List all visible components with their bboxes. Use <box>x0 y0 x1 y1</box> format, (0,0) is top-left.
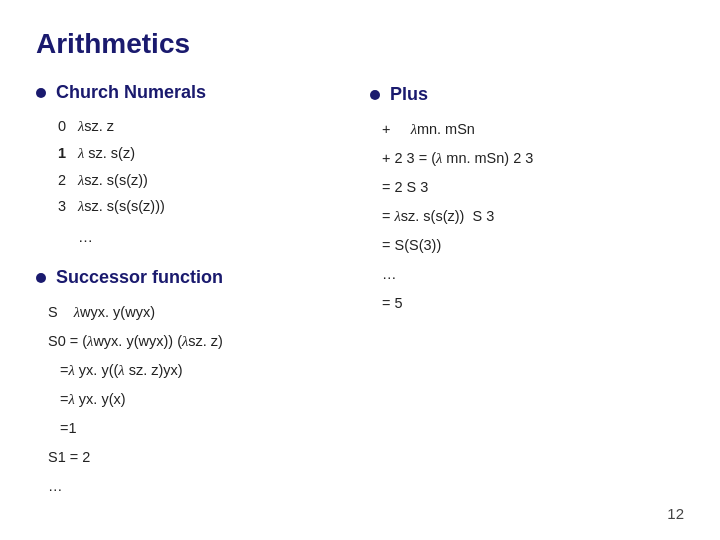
plus-header: Plus <box>370 84 684 105</box>
numeral-expr-1: λ sz. s(z) <box>78 140 135 167</box>
succ-ellipsis: … <box>48 472 350 501</box>
numeral-row-2: 2 λsz. s(s(z)) <box>48 167 350 194</box>
numeral-row-1: 1 λ sz. s(z) <box>48 140 350 167</box>
church-numerals-label: Church Numerals <box>56 82 206 103</box>
numeral-row-0: 0 λsz. z <box>48 113 350 140</box>
succ-line-2: =λ yx. y((λ sz. z)yx) <box>48 356 350 385</box>
successor-lines: S λwyx. y(wyx) S0 = (λwyx. y(wyx)) (λsz.… <box>48 298 350 501</box>
bullet-successor <box>36 273 46 283</box>
plus-lines: + λmn. mSn + 2 3 = (λ mn. mSn) 2 3 = 2 S… <box>382 115 684 318</box>
numeral-index-3: 3 <box>48 193 66 220</box>
page-number: 12 <box>667 505 684 522</box>
bullet-church <box>36 88 46 98</box>
church-ellipsis: … <box>78 220 350 253</box>
left-column: Church Numerals 0 λsz. z 1 λ sz. s(z) 2 … <box>36 82 360 501</box>
successor-section: Successor function S λwyx. y(wyx) S0 = (… <box>36 267 350 501</box>
succ-line-0: S λwyx. y(wyx) <box>48 298 350 327</box>
numeral-expr-2: λsz. s(s(z)) <box>78 167 148 194</box>
plus-line-1: + 2 3 = (λ mn. mSn) 2 3 <box>382 144 684 173</box>
bullet-plus <box>370 90 380 100</box>
numeral-row-3: 3 λsz. s(s(s(z))) <box>48 193 350 220</box>
succ-line-5: S1 = 2 <box>48 443 350 472</box>
plus-section: Plus + λmn. mSn + 2 3 = (λ mn. mSn) 2 3 … <box>370 84 684 318</box>
numeral-expr-0: λsz. z <box>78 113 114 140</box>
plus-line-3: = λsz. s(s(z)) S 3 <box>382 202 684 231</box>
succ-line-4: =1 <box>48 414 350 443</box>
slide: Arithmetics Church Numerals 0 λsz. z 1 λ… <box>0 0 720 540</box>
plus-label: Plus <box>390 84 428 105</box>
successor-label: Successor function <box>56 267 223 288</box>
numeral-table: 0 λsz. z 1 λ sz. s(z) 2 λsz. s(s(z)) 3 λ… <box>48 113 350 253</box>
plus-line-5: = 5 <box>382 289 684 318</box>
plus-ellipsis: … <box>382 260 684 289</box>
numeral-index-2: 2 <box>48 167 66 194</box>
numeral-index-1: 1 <box>48 140 66 167</box>
plus-line-2: = 2 S 3 <box>382 173 684 202</box>
content-area: Church Numerals 0 λsz. z 1 λ sz. s(z) 2 … <box>36 82 684 501</box>
right-column: Plus + λmn. mSn + 2 3 = (λ mn. mSn) 2 3 … <box>360 82 684 318</box>
succ-line-3: =λ yx. y(x) <box>48 385 350 414</box>
successor-header: Successor function <box>36 267 350 288</box>
succ-line-1: S0 = (λwyx. y(wyx)) (λsz. z) <box>48 327 350 356</box>
numeral-index-0: 0 <box>48 113 66 140</box>
slide-title: Arithmetics <box>36 28 684 60</box>
plus-line-0: + λmn. mSn <box>382 115 684 144</box>
plus-line-4: = S(S(3)) <box>382 231 684 260</box>
church-numerals-header: Church Numerals <box>36 82 350 103</box>
numeral-expr-3: λsz. s(s(s(z))) <box>78 193 165 220</box>
